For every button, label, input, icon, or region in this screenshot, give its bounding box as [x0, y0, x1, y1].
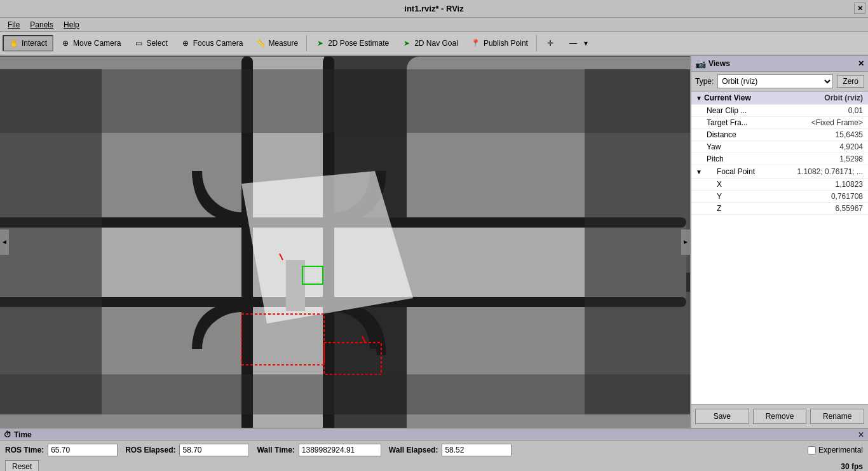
focal-point-row: ▼ Focal Point 1.1082; 0.76171; ...	[691, 165, 868, 179]
chevron-down-icon: ▾	[581, 38, 591, 48]
views-footer: Save Remove Rename	[691, 404, 868, 428]
current-view-toggle[interactable]: ▼	[694, 93, 704, 103]
dash-icon: —	[568, 38, 578, 48]
ros-elapsed-label: ROS Elapsed:	[125, 446, 175, 454]
interact-icon: ✋	[9, 38, 19, 48]
pose-estimate-icon: ➤	[315, 38, 325, 48]
views-panel-icon: 📷	[695, 58, 706, 69]
target-frame-row: Target Fra... <Fixed Frame>	[691, 117, 868, 129]
pitch-row: Pitch 1,5298	[691, 153, 868, 165]
left-panel-toggle[interactable]: ◄	[0, 229, 9, 255]
time-panel-close[interactable]: ✕	[858, 430, 864, 439]
title-bar: int1.rviz* - RViz ✕	[0, 0, 868, 18]
focal-y-value: 0,761708	[831, 192, 865, 201]
wall-time-label: Wall Time:	[257, 446, 294, 454]
current-view-row: ▼ Current View Orbit (rviz)	[691, 92, 868, 105]
move-camera-button[interactable]: ⊕ Move Camera	[55, 36, 126, 51]
ros-elapsed-input[interactable]	[179, 444, 249, 456]
views-type-select[interactable]: Orbit (rviz)	[717, 74, 833, 88]
views-tree: ▼ Current View Orbit (rviz) Near Clip ..…	[691, 92, 868, 404]
move-camera-icon: ⊕	[60, 38, 71, 48]
wall-time-group: Wall Time:	[257, 444, 381, 456]
views-panel-title-container: 📷 Views	[695, 58, 730, 69]
reset-button[interactable]: Reset	[5, 460, 39, 471]
ros-time-label: ROS Time:	[5, 446, 44, 454]
focal-point-value: 1.1082; 0.76171; ...	[797, 167, 865, 176]
focal-y-label: Y	[694, 192, 831, 201]
time-panel-icon: ⏱	[4, 430, 11, 439]
current-view-type: Orbit (rviz)	[824, 93, 865, 102]
right-panel-toggle[interactable]: ►	[681, 229, 690, 255]
views-panel-close[interactable]: ✕	[858, 59, 864, 68]
experimental-label: Experimental	[818, 446, 863, 454]
time-panel-header: ⏱ Time ✕	[0, 429, 868, 441]
focal-z-label: Z	[694, 204, 836, 213]
measure-button[interactable]: 📏 Measure	[250, 36, 304, 51]
close-button[interactable]: ✕	[854, 3, 865, 14]
views-save-button[interactable]: Save	[695, 409, 749, 424]
experimental-checkbox[interactable]	[808, 446, 816, 454]
fps-display: 30 fps	[841, 462, 863, 471]
distance-value: 15,6435	[836, 130, 865, 139]
main-area: ◄ ► 📷 Views ✕ Type: Orbit (rviz) Zero	[0, 56, 868, 428]
focus-camera-button[interactable]: ⊕ Focus Camera	[175, 36, 249, 51]
time-panel-title-container: ⏱ Time	[4, 430, 32, 439]
viewport[interactable]: ◄ ►	[0, 56, 690, 428]
help-menu[interactable]: Help	[58, 19, 85, 31]
ros-elapsed-group: ROS Elapsed:	[125, 444, 249, 456]
dash-button[interactable]: — ▾	[562, 36, 597, 51]
views-type-row: Type: Orbit (rviz) Zero	[691, 72, 868, 92]
menu-bar: File Panels Help	[0, 18, 868, 32]
select-button[interactable]: ▭ Select	[128, 36, 173, 51]
window-title: int1.rviz* - RViz	[404, 4, 463, 13]
toolbar-separator-2	[536, 35, 537, 51]
wall-elapsed-input[interactable]	[442, 444, 512, 456]
distance-label: Distance	[694, 130, 836, 139]
focal-point-label: Focal Point	[704, 167, 797, 176]
views-zero-button[interactable]: Zero	[837, 75, 864, 88]
yaw-value: 4,9204	[839, 142, 865, 151]
time-panel: ⏱ Time ✕ ROS Time: ROS Elapsed: Wall Tim…	[0, 428, 868, 471]
focal-point-toggle[interactable]: ▼	[694, 167, 704, 177]
time-footer: Reset 30 fps	[0, 459, 868, 471]
publish-point-button[interactable]: 📍 Publish Point	[465, 36, 534, 51]
near-clip-value: 0,01	[848, 106, 865, 115]
nav-goal-icon: ➤	[402, 38, 412, 48]
panels-menu[interactable]: Panels	[25, 19, 58, 31]
focal-x-row: X 1,10823	[691, 179, 868, 191]
focus-camera-icon: ⊕	[180, 38, 191, 48]
views-type-label: Type:	[695, 77, 714, 86]
map-svg	[0, 56, 690, 428]
nav-goal-button[interactable]: ➤ 2D Nav Goal	[396, 36, 464, 51]
wall-elapsed-group: Wall Elapsed:	[389, 444, 512, 456]
interact-button[interactable]: ✋ Interact	[3, 35, 53, 51]
pitch-value: 1,5298	[839, 154, 865, 163]
views-rename-button[interactable]: Rename	[810, 409, 864, 424]
add-button[interactable]: ✛	[539, 36, 561, 51]
toolbar-separator-1	[306, 35, 307, 51]
views-panel: 📷 Views ✕ Type: Orbit (rviz) Zero ▼ Curr…	[690, 56, 868, 428]
focal-z-row: Z 6,55967	[691, 203, 868, 215]
views-panel-header: 📷 Views ✕	[691, 56, 868, 72]
svg-rect-20	[0, 69, 690, 133]
pitch-label: Pitch	[694, 154, 839, 163]
file-menu[interactable]: File	[3, 19, 25, 31]
views-remove-button[interactable]: Remove	[753, 409, 807, 424]
wall-elapsed-label: Wall Elapsed:	[389, 446, 438, 454]
focal-z-value: 6,55967	[836, 204, 865, 213]
svg-rect-21	[0, 374, 690, 414]
toolbar: ✋ Interact ⊕ Move Camera ▭ Select ⊕ Focu…	[0, 32, 868, 56]
yaw-label: Yaw	[694, 142, 839, 151]
pose-estimate-button[interactable]: ➤ 2D Pose Estimate	[309, 36, 395, 51]
wall-time-input[interactable]	[299, 444, 381, 456]
ros-time-input[interactable]	[48, 444, 118, 456]
focal-x-label: X	[694, 180, 836, 189]
near-clip-row: Near Clip ... 0,01	[691, 105, 868, 117]
ros-time-group: ROS Time:	[5, 444, 118, 456]
select-icon: ▭	[133, 38, 144, 48]
target-frame-label: Target Fra...	[694, 118, 811, 127]
distance-row: Distance 15,6435	[691, 129, 868, 141]
plus-icon: ✛	[545, 38, 555, 48]
time-panel-title: Time	[14, 430, 32, 439]
current-view-label: Current View	[704, 93, 824, 102]
